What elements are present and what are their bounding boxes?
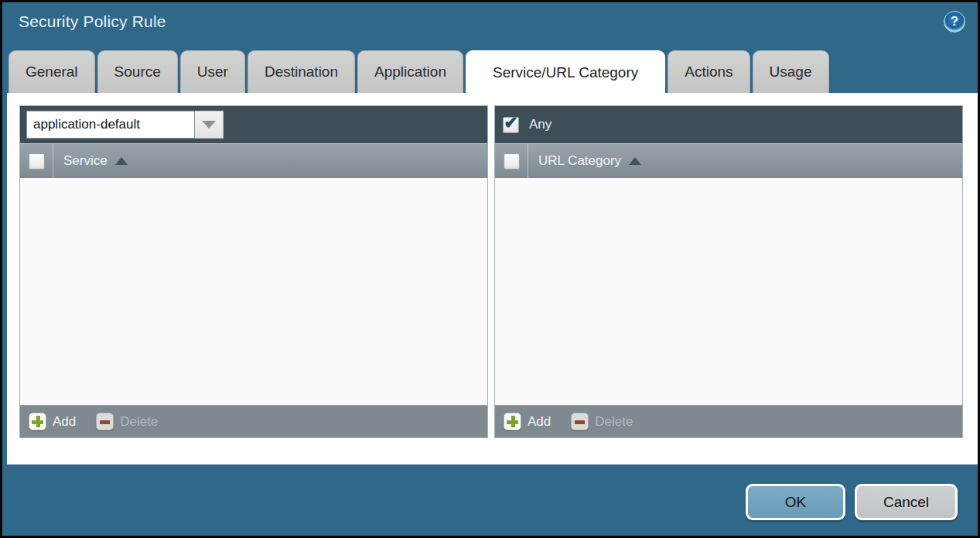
sort-asc-icon [629,157,641,165]
tab-strip: General Source User Destination Applicat… [9,50,829,93]
url-category-panel-topbar: ✔ Any [495,106,962,143]
url-category-panel-footer: Add Delete [495,405,962,437]
tab-usage[interactable]: Usage [753,50,829,93]
service-select-all-checkbox[interactable] [29,153,45,170]
url-category-add-label: Add [528,414,551,430]
ok-button[interactable]: OK [746,484,845,520]
service-column-label: Service [63,153,108,169]
tab-destination[interactable]: Destination [248,50,355,93]
url-category-add-button[interactable]: Add [504,413,551,430]
tab-application[interactable]: Application [357,50,463,93]
chevron-down-icon [202,121,216,129]
service-column-header[interactable]: Service [20,143,487,178]
sort-asc-icon [115,157,128,165]
url-category-column-label-cell: URL Category [528,153,641,169]
url-category-delete-label: Delete [595,414,633,430]
service-panel-topbar: application-default [20,106,487,143]
service-panel-footer: Add Delete [20,405,487,437]
url-category-select-all-cell [495,144,528,178]
tab-actions[interactable]: Actions [668,50,750,93]
delete-minus-icon [571,413,589,430]
service-panel: application-default Service [19,105,488,438]
url-category-any-checkbox[interactable]: ✔ [503,117,519,133]
service-add-label: Add [53,414,76,430]
service-select-all-cell [20,144,53,178]
add-plus-icon [29,413,46,430]
service-list-body [20,178,487,405]
service-type-dropdown-button[interactable] [195,111,224,139]
tab-source[interactable]: Source [97,50,178,93]
url-category-select-all-checkbox[interactable] [504,153,520,170]
help-icon[interactable]: ? [944,11,965,33]
url-category-delete-button[interactable]: Delete [571,413,633,430]
tab-general[interactable]: General [9,50,95,93]
url-category-panel: ✔ Any URL Category Add [494,105,963,438]
service-type-dropdown[interactable]: application-default [26,111,224,139]
url-category-list-body [495,178,962,405]
add-plus-icon [504,413,521,430]
security-policy-rule-dialog: Security Policy Rule ? General Source Us… [0,0,980,538]
tab-service-url-category[interactable]: Service/URL Category [466,50,665,94]
cancel-button[interactable]: Cancel [855,484,958,520]
url-category-column-header[interactable]: URL Category [495,143,962,178]
checkmark-icon: ✔ [504,115,517,132]
tab-user[interactable]: User [180,50,245,93]
delete-minus-icon [96,413,114,430]
dialog-title: Security Policy Rule [19,12,166,31]
tab-content-service-url-category: application-default Service [7,93,978,464]
url-category-any-label: Any [529,117,551,132]
service-delete-button[interactable]: Delete [96,413,158,430]
url-category-any-row: ✔ Any [501,117,551,133]
service-column-label-cell: Service [53,153,128,169]
service-add-button[interactable]: Add [29,413,76,430]
service-type-dropdown-value[interactable]: application-default [26,111,195,139]
url-category-column-label: URL Category [538,153,621,169]
service-delete-label: Delete [120,414,158,430]
